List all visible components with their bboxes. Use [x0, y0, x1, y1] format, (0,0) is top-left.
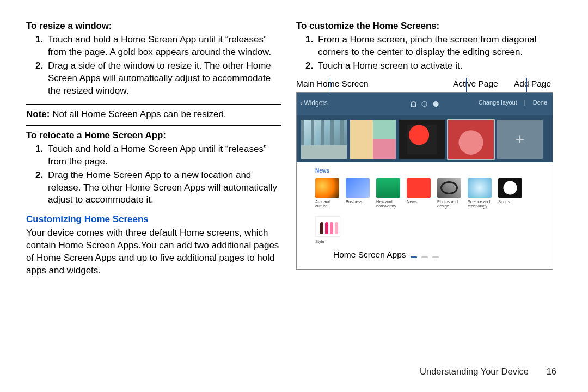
lipstick-icon [320, 222, 323, 234]
pager-pill-active [411, 256, 417, 258]
thumb-active-page [448, 120, 494, 159]
plus-icon: + [515, 130, 525, 149]
category-item: New and noteworthy [376, 178, 400, 209]
thumb-page [350, 120, 396, 159]
pager-pill [421, 256, 428, 258]
category-row: Arts and culture Business New and notewo… [315, 178, 547, 209]
category-item: Arts and culture [315, 178, 339, 209]
heading-customize: To customize the Home Screens: [296, 21, 560, 32]
home-thumbnails: + [297, 115, 553, 162]
category-swatch [407, 178, 431, 198]
figure-top-labels: Main Home Screen Active Page Add Page [296, 79, 553, 92]
section-title: Customizing Home Screens [26, 214, 281, 225]
done-label: Done [533, 99, 547, 106]
category-label: Business [346, 200, 370, 204]
category-swatch [346, 178, 370, 198]
thumb-main-home [301, 120, 347, 159]
divider [26, 104, 281, 105]
label-main-home-screen: Main Home Screen [296, 79, 369, 89]
customize-steps: From a Home screen, pinch the screen fro… [296, 34, 560, 72]
divider-vert: | [524, 99, 526, 106]
relocate-steps: Touch and hold a Home Screen App until i… [26, 143, 281, 207]
page-footer: Understanding Your Device 16 [420, 366, 556, 377]
section-body: Your device comes with three default Hom… [26, 227, 281, 277]
list-item: Touch a Home screen to activate it. [316, 60, 560, 72]
category-label: Science and technology [468, 200, 492, 209]
page-indicator [409, 99, 440, 109]
category-item: Business [346, 178, 370, 209]
category-swatch [437, 178, 461, 198]
change-layout-label: Change layout [479, 99, 517, 106]
lipstick-icon [330, 222, 333, 234]
category-swatch [376, 178, 400, 198]
category-item: News [407, 178, 431, 209]
thumb-page [399, 120, 445, 159]
list-item: Touch and hold a Home Screen App until i… [46, 34, 281, 59]
label-active-page: Active Page [453, 79, 498, 89]
style-label: Style [315, 239, 547, 244]
dot-icon [422, 101, 427, 107]
chapter-title: Understanding Your Device [420, 366, 529, 376]
note-text: Not all Home Screen Apps can be resized. [50, 109, 226, 119]
style-row [315, 216, 547, 237]
page-number: 16 [547, 366, 556, 377]
label-add-page: Add Page [514, 79, 551, 89]
widgets-bar: ‹ Widgets Change layout | Done [297, 93, 553, 115]
heading-relocate: To relocate a Home Screen App: [26, 130, 281, 141]
device-screenshot: ‹ Widgets Change layout | Done [296, 92, 553, 270]
resize-steps: Touch and hold a Home Screen App until i… [26, 34, 281, 97]
category-label: News [407, 200, 431, 204]
category-label: Photos and design [437, 200, 461, 209]
note-label: Note: [26, 109, 50, 119]
lipstick-icon [335, 222, 338, 234]
note: Note: Not all Home Screen Apps can be re… [26, 109, 281, 120]
divider [26, 125, 281, 126]
category-swatch [468, 178, 492, 198]
category-item: Science and technology [468, 178, 492, 209]
dot-active-icon [433, 101, 438, 107]
home-dot-icon [411, 101, 416, 107]
category-label: New and noteworthy [376, 200, 400, 209]
thumb-add-page: + [497, 120, 543, 159]
category-label: Arts and culture [315, 200, 339, 209]
category-item: Photos and design [437, 178, 461, 209]
list-item: Drag the Home Screen App to a new locati… [46, 169, 281, 207]
figure: Main Home Screen Active Page Add Page ‹ … [296, 79, 553, 270]
heading-resize: To resize a window: [26, 21, 281, 32]
list-item: Touch and hold a Home Screen App until i… [46, 143, 281, 168]
pager-pill [432, 256, 439, 258]
bar-actions: Change layout | Done [473, 99, 547, 106]
news-heading: News [315, 168, 547, 174]
category-item: Sports [498, 178, 522, 209]
category-swatch [498, 178, 522, 198]
lipstick-icon [325, 222, 328, 234]
label-home-screen-apps: Home Screen Apps [333, 250, 406, 260]
style-swatch [315, 216, 340, 237]
category-swatch [315, 178, 339, 198]
back-widgets: ‹ Widgets [300, 99, 328, 107]
list-item: From a Home screen, pinch the screen fro… [316, 34, 560, 59]
list-item: Drag a side of the window to resize it. … [46, 60, 281, 97]
category-label: Sports [498, 200, 522, 204]
